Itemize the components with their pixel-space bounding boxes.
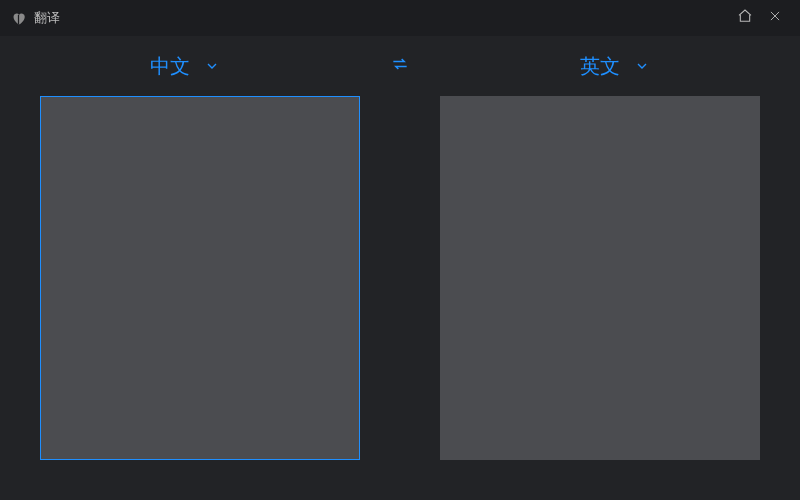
- close-icon: [768, 9, 782, 27]
- chevron-down-icon: [634, 58, 650, 74]
- window-title: 翻译: [34, 9, 60, 27]
- home-icon: [737, 8, 753, 28]
- swap-icon: [390, 54, 410, 78]
- source-language-label: 中文: [150, 53, 190, 80]
- language-selector-row: 中文 英文: [0, 36, 800, 96]
- source-language-select[interactable]: 中文: [150, 53, 220, 80]
- target-language-select[interactable]: 英文: [580, 53, 650, 80]
- home-button[interactable]: [730, 0, 760, 36]
- swap-languages-button[interactable]: [386, 52, 414, 80]
- target-text-output[interactable]: [441, 97, 759, 459]
- app-heart-icon: [10, 10, 26, 26]
- chevron-down-icon: [204, 58, 220, 74]
- titlebar: 翻译: [0, 0, 800, 36]
- target-language-label: 英文: [580, 53, 620, 80]
- target-text-pane: [440, 96, 760, 460]
- translation-panes: [0, 96, 800, 500]
- source-text-pane: [40, 96, 360, 460]
- close-button[interactable]: [760, 0, 790, 36]
- source-text-input[interactable]: [41, 97, 359, 459]
